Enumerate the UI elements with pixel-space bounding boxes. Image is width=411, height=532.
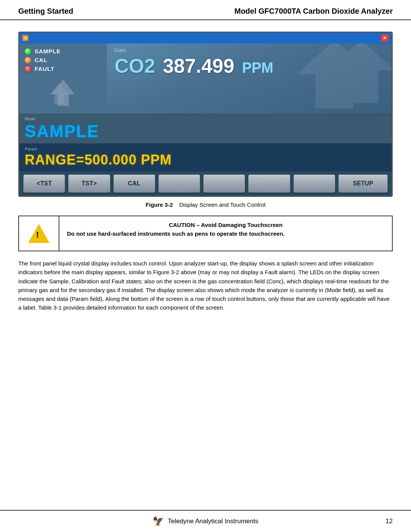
figure-number: Figure 3-2 [146, 201, 173, 208]
caution-text-area: CAUTION – Avoid Damaging Touchscreen Do … [59, 216, 392, 251]
sample-led [25, 48, 31, 54]
header-left: Getting Started [18, 7, 73, 16]
fault-led-row: FAULT [25, 66, 102, 72]
cal-label: CAL [35, 57, 48, 63]
mode-value: SAMPLE [25, 122, 386, 141]
logo-icon: 🦅 [153, 516, 164, 527]
cal-led [25, 57, 31, 63]
button-row: <TST TST> CAL SETUP [19, 171, 392, 196]
body-text: The front panel liquid crystal display i… [18, 259, 393, 312]
fault-led [25, 66, 31, 72]
sample-led-row: SAMPLE [25, 48, 102, 54]
figure-caption: Figure 3-2 Display Screen and Touch Cont… [18, 201, 393, 208]
svg-rect-0 [24, 36, 27, 40]
caution-box: CAUTION – Avoid Damaging Touchscreen Do … [18, 216, 393, 251]
param-value: RANGE=500.000 PPM [25, 152, 386, 168]
mode-section: Mode SAMPLE [19, 114, 392, 143]
caution-body: Do not use hard-surfaced instruments suc… [67, 230, 384, 237]
btn-tst-right[interactable]: TST> [68, 174, 110, 193]
warning-icon [28, 224, 49, 243]
header-right: Model GFC7000TA Carbon Dioxide Analyzer [234, 7, 393, 16]
page-footer: 🦅 Teledyne Analytical Instruments 12 [0, 510, 411, 532]
btn-empty2[interactable] [203, 174, 245, 193]
footer-text: Teledyne Analytical Instruments [168, 518, 258, 525]
mode-label: Mode [25, 117, 386, 121]
page-number: 12 [386, 518, 393, 525]
param-label: Param [25, 147, 386, 151]
figure-title: Display Screen and Touch Control [179, 201, 266, 208]
title-bar: ✕ [19, 33, 392, 43]
bg-arrows [277, 43, 392, 114]
caution-title: CAUTION – Avoid Damaging Touchscreen [67, 222, 384, 228]
main-content: ✕ SAMPLE CAL FAULT [0, 20, 411, 328]
close-button[interactable]: ✕ [381, 34, 389, 42]
arrow-area [25, 77, 102, 109]
screen-container: ✕ SAMPLE CAL FAULT [18, 32, 393, 197]
arrow-icon [46, 77, 80, 109]
conc-panel: Conc CO2 387.499 PPM [107, 43, 392, 114]
btn-setup[interactable]: SETUP [338, 174, 388, 193]
conc-gas: CO2 [115, 54, 155, 77]
btn-cal[interactable]: CAL [113, 174, 155, 193]
top-section: SAMPLE CAL FAULT [19, 43, 392, 114]
cal-led-row: CAL [25, 57, 102, 63]
btn-empty4[interactable] [293, 174, 335, 193]
caution-icon-area [19, 216, 59, 251]
page-header: Getting Started Model GFC7000TA Carbon D… [0, 0, 411, 20]
screen-body: SAMPLE CAL FAULT [19, 43, 392, 196]
param-section: Param RANGE=500.000 PPM [19, 143, 392, 171]
window-icon [22, 35, 29, 41]
btn-empty1[interactable] [158, 174, 200, 193]
footer-content: 🦅 Teledyne Analytical Instruments [153, 516, 258, 527]
fault-label: FAULT [35, 66, 54, 72]
conc-value: 387.499 [163, 54, 234, 77]
btn-empty3[interactable] [248, 174, 290, 193]
btn-tst-left[interactable]: <TST [23, 174, 65, 193]
sample-label: SAMPLE [35, 48, 61, 54]
title-bar-left [22, 35, 29, 41]
left-panel: SAMPLE CAL FAULT [19, 43, 107, 114]
conc-unit: PPM [242, 60, 273, 76]
